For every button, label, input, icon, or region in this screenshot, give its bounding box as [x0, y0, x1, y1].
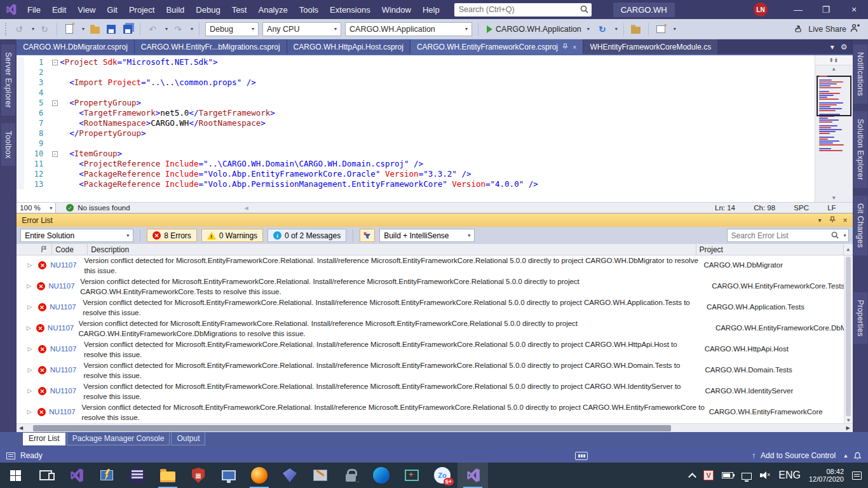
- fold-margin[interactable]: [50, 139, 60, 149]
- fold-margin[interactable]: -: [50, 57, 60, 67]
- quick-search[interactable]: [454, 3, 592, 17]
- code-editor[interactable]: 1-<Project Sdk="Microsoft.NET.Sdk">23 <I…: [17, 55, 852, 202]
- code-line-1[interactable]: 1-<Project Sdk="Microsoft.NET.Sdk">: [17, 57, 814, 67]
- menu-test[interactable]: Test: [226, 1, 253, 18]
- fold-margin[interactable]: [50, 108, 60, 118]
- taskbar-secure-lock-icon[interactable]: [336, 463, 366, 488]
- side-tab-server-explorer[interactable]: Server Explorer: [1, 44, 15, 116]
- taskbar-security-shield-icon[interactable]: ▦: [183, 463, 214, 488]
- error-row-2[interactable]: ▷✕NU1107Version conflict detected for Mi…: [17, 276, 843, 297]
- navigate-back-icon[interactable]: ↺: [13, 23, 25, 36]
- menu-extensions[interactable]: Extensions: [324, 1, 376, 18]
- build-intellisense-dropdown[interactable]: Build + IntelliSense▾: [379, 229, 475, 242]
- menu-file[interactable]: File: [22, 1, 46, 18]
- expand-row-icon[interactable]: ▷: [25, 340, 34, 352]
- code-line-11[interactable]: 11 <ProjectReference Include="..\CARGO.W…: [17, 159, 814, 169]
- menu-project[interactable]: Project: [123, 1, 160, 18]
- collapse-icon[interactable]: -: [52, 100, 58, 106]
- code-line-2[interactable]: 2: [17, 67, 814, 78]
- code-line-12[interactable]: 12 <PackageReference Include="Volo.Abp.E…: [17, 169, 814, 179]
- splitter-handle-icon[interactable]: ⇞⇟: [815, 55, 853, 65]
- side-tab-toolbox[interactable]: Toolbox: [1, 123, 15, 166]
- search-input[interactable]: [454, 3, 592, 17]
- error-code-link[interactable]: NU1107: [48, 319, 79, 332]
- breakpoint-margin[interactable]: [17, 67, 24, 78]
- undo-dropdown-icon[interactable]: ▾: [165, 26, 168, 32]
- toolbar-overflow-icon[interactable]: ▾: [674, 26, 676, 32]
- breakpoint-margin[interactable]: [17, 149, 24, 159]
- error-row-5[interactable]: ▷✕NU1107Version conflict detected for Mi…: [17, 339, 843, 360]
- side-tab-notifications[interactable]: Notifications: [853, 44, 867, 104]
- user-avatar[interactable]: LN: [754, 3, 768, 17]
- tool-tab-package-manager-console[interactable]: Package Manager Console: [67, 433, 170, 445]
- editor-zoom-dropdown[interactable]: 100 %▾: [17, 203, 56, 214]
- code-line-5[interactable]: 5- <PropertyGroup>: [17, 98, 814, 108]
- description-column-header[interactable]: Description: [88, 244, 696, 255]
- warnings-filter-button[interactable]: !0 Warnings: [201, 229, 263, 242]
- fold-margin[interactable]: [50, 118, 60, 128]
- fold-margin[interactable]: -: [50, 98, 60, 108]
- breakpoint-margin[interactable]: [17, 108, 24, 118]
- fold-margin[interactable]: [50, 78, 60, 88]
- new-project-dropdown-icon[interactable]: ▾: [82, 26, 85, 32]
- filter-button[interactable]: [360, 229, 375, 242]
- collapse-icon[interactable]: -: [52, 151, 58, 157]
- undo-icon[interactable]: ↶: [146, 23, 159, 36]
- menu-help[interactable]: Help: [417, 1, 445, 18]
- tab-options-gear-icon[interactable]: ⚙: [841, 43, 848, 51]
- close-panel-icon[interactable]: ×: [843, 216, 848, 225]
- navigate-forward-icon[interactable]: ↻: [38, 23, 51, 36]
- menu-view[interactable]: View: [72, 1, 101, 18]
- action-center-icon[interactable]: [852, 471, 862, 480]
- minimize-button[interactable]: —: [784, 0, 812, 19]
- code-column-header[interactable]: Code: [52, 244, 88, 255]
- error-list-search[interactable]: ▾: [727, 229, 849, 242]
- menu-git[interactable]: Git: [101, 1, 123, 18]
- spaces-indicator[interactable]: SPC: [794, 204, 809, 212]
- scrollbar-thumb[interactable]: [33, 425, 671, 431]
- document-tab-cargo-wh-httpapi-host-csproj[interactable]: CARGO.WH.HttpApi.Host.csproj: [287, 39, 410, 54]
- error-row-4[interactable]: ▷✕NU1107Version conflict detected for Mi…: [17, 318, 843, 339]
- expand-row-icon[interactable]: ▷: [25, 361, 34, 373]
- new-project-icon[interactable]: [63, 23, 76, 36]
- hot-reload-dropdown-icon[interactable]: ▾: [615, 26, 618, 32]
- redo-icon[interactable]: ↷: [172, 23, 184, 36]
- taskbar-dev-tools-icon[interactable]: [305, 463, 336, 488]
- taskbar-remote-desktop-icon[interactable]: [214, 463, 244, 488]
- error-code-link[interactable]: NU1107: [50, 298, 83, 311]
- find-in-files-icon[interactable]: [630, 23, 642, 36]
- scroll-left-icon[interactable]: ◀: [17, 425, 25, 431]
- battery-icon[interactable]: [722, 472, 733, 478]
- taskbar-firefox-icon[interactable]: [244, 463, 275, 488]
- scroll-up-icon[interactable]: ▲: [815, 65, 853, 73]
- error-row-8[interactable]: ▷✕NU1107Version conflict detected for Mi…: [17, 402, 843, 423]
- column-indicator[interactable]: Ch: 98: [754, 204, 775, 212]
- solution-explorer-home-icon[interactable]: [654, 23, 667, 36]
- pin-icon[interactable]: [829, 216, 836, 224]
- hot-reload-icon[interactable]: ↻: [596, 23, 609, 36]
- error-code-link[interactable]: NU1107: [48, 277, 80, 290]
- fold-margin[interactable]: [50, 169, 60, 179]
- menu-edit[interactable]: Edit: [46, 1, 72, 18]
- document-tab-cargo-wh-dbmigrator-csproj[interactable]: CARGO.WH.DbMigrator.csproj: [17, 39, 134, 54]
- menu-debug[interactable]: Debug: [190, 1, 226, 18]
- add-to-source-control-button[interactable]: Add to Source Control: [761, 451, 836, 460]
- code-line-4[interactable]: 4: [17, 88, 814, 98]
- line-indicator[interactable]: Ln: 14: [715, 204, 735, 212]
- taskbar-start-icon[interactable]: [0, 463, 31, 488]
- fold-margin[interactable]: [50, 159, 60, 169]
- code-line-7[interactable]: 7 <RootNamespace>CARGO.WH</RootNamespace…: [17, 118, 814, 128]
- scroll-down-icon[interactable]: ▼: [846, 417, 851, 423]
- editor-horizontal-scrollbar[interactable]: ◀: [130, 205, 715, 211]
- volume-muted-icon[interactable]: ×: [760, 471, 770, 479]
- editor-scrollbar-minimap[interactable]: ⇞⇟ ▲ ▼: [815, 55, 853, 202]
- document-tab-cargo-wh-entityfr-bmigrations-csproj[interactable]: CARGO.WH.EntityFr...bMigrations.csproj: [135, 39, 287, 54]
- error-list-title-bar[interactable]: Error List ▾ ×: [17, 214, 852, 227]
- menu-build[interactable]: Build: [160, 1, 190, 18]
- menu-window[interactable]: Window: [376, 1, 417, 18]
- taskbar-zoom-icon[interactable]: Zo5+: [427, 463, 458, 488]
- taskbar-flash-tool-icon[interactable]: [92, 463, 122, 488]
- expand-row-icon[interactable]: ▷: [25, 298, 34, 310]
- error-row-1[interactable]: ▷✕NU1107Version conflict detected for Mi…: [17, 255, 843, 276]
- breakpoint-margin[interactable]: [17, 159, 24, 169]
